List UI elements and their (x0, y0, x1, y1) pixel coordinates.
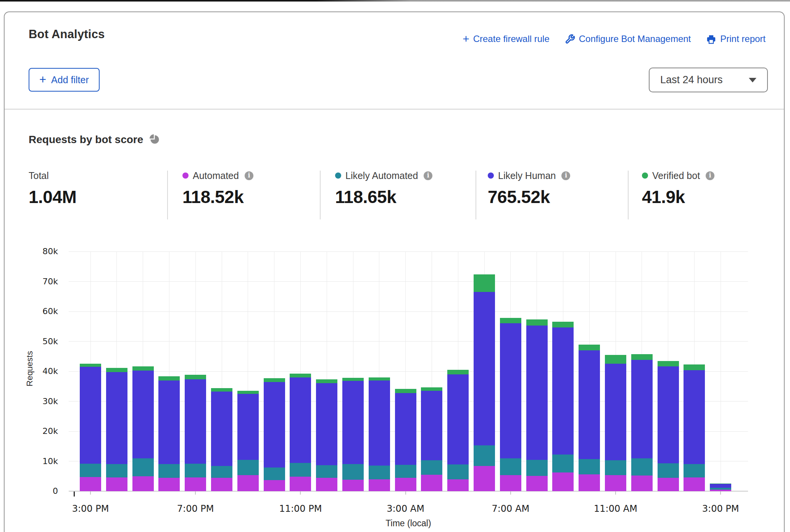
info-icon[interactable]: i (245, 171, 253, 180)
bar-segment-verified-bot[interactable] (290, 374, 311, 377)
bar-segment-verified-bot[interactable] (80, 364, 101, 367)
bar-segment-verified-bot[interactable] (369, 377, 390, 380)
stacked-bar[interactable] (421, 387, 442, 491)
info-icon[interactable]: i (561, 171, 570, 180)
bar-segment-likely-human[interactable] (526, 326, 548, 460)
bar-segment-likely-automated[interactable] (290, 463, 311, 477)
bar-segment-automated[interactable] (132, 476, 154, 491)
bar-segment-automated[interactable] (447, 479, 469, 491)
bar-segment-likely-automated[interactable] (211, 466, 232, 478)
bar-segment-automated[interactable] (316, 478, 337, 491)
bar-segment-likely-automated[interactable] (474, 445, 495, 466)
bar-segment-automated[interactable] (342, 480, 364, 491)
bar-segment-automated[interactable] (211, 478, 232, 491)
bar-segment-likely-automated[interactable] (316, 465, 337, 478)
stacked-bar[interactable] (158, 376, 180, 491)
bar-segment-automated[interactable] (158, 478, 180, 491)
stacked-bar[interactable] (526, 319, 548, 491)
create-firewall-rule-link[interactable]: + Create firewall rule (463, 34, 550, 44)
bar-segment-likely-automated[interactable] (500, 458, 521, 475)
bar-segment-likely-human[interactable] (342, 381, 364, 464)
bar-segment-likely-human[interactable] (316, 383, 337, 465)
bar-segment-likely-automated[interactable] (342, 464, 364, 480)
bar-segment-automated[interactable] (552, 472, 574, 491)
bar-segment-verified-bot[interactable] (605, 355, 626, 364)
bar-segment-verified-bot[interactable] (316, 379, 337, 383)
stacked-bar[interactable] (552, 322, 574, 491)
bar-segment-likely-human[interactable] (106, 372, 127, 464)
bar-segment-likely-human[interactable] (552, 327, 574, 455)
bar-segment-likely-human[interactable] (290, 377, 311, 463)
bar-segment-verified-bot[interactable] (684, 364, 705, 370)
print-report-link[interactable]: Print report (706, 34, 766, 44)
bar-segment-automated[interactable] (185, 477, 206, 491)
bar-segment-verified-bot[interactable] (710, 484, 731, 484)
bar-segment-likely-automated[interactable] (421, 460, 442, 475)
stacked-bar[interactable] (447, 370, 469, 491)
bar-segment-automated[interactable] (579, 474, 600, 491)
bar-segment-likely-automated[interactable] (158, 464, 180, 478)
bar-segment-likely-human[interactable] (158, 380, 180, 464)
bar-segment-likely-automated[interactable] (132, 458, 154, 476)
stacked-bar[interactable] (290, 374, 311, 491)
stacked-bar[interactable] (710, 484, 731, 491)
bar-segment-verified-bot[interactable] (421, 387, 442, 391)
bar-segment-likely-human[interactable] (421, 391, 442, 460)
bar-segment-automated[interactable] (395, 478, 416, 491)
bar-segment-automated[interactable] (684, 477, 705, 491)
stacked-bar[interactable] (342, 378, 364, 492)
bar-segment-verified-bot[interactable] (211, 388, 232, 392)
bar-segment-automated[interactable] (369, 479, 390, 491)
bar-segment-automated[interactable] (526, 476, 548, 491)
bar-segment-likely-automated[interactable] (579, 459, 600, 474)
stacked-bar[interactable] (684, 364, 705, 491)
bar-segment-automated[interactable] (264, 480, 285, 491)
bar-segment-verified-bot[interactable] (185, 375, 206, 379)
bar-segment-verified-bot[interactable] (500, 318, 521, 323)
bar-segment-verified-bot[interactable] (579, 345, 600, 350)
bar-segment-automated[interactable] (658, 478, 679, 491)
stacked-bar[interactable] (605, 355, 626, 491)
bar-segment-automated[interactable] (80, 477, 101, 491)
bar-segment-automated[interactable] (474, 466, 495, 491)
bar-segment-likely-human[interactable] (211, 392, 232, 466)
stacked-bar[interactable] (658, 361, 679, 491)
stacked-bar[interactable] (106, 368, 127, 491)
time-range-select[interactable]: Last 24 hours (649, 68, 768, 92)
bar-segment-verified-bot[interactable] (106, 368, 127, 372)
bar-segment-likely-automated[interactable] (106, 464, 127, 477)
stacked-bar[interactable] (237, 391, 259, 491)
stacked-bar[interactable] (500, 318, 521, 491)
stacked-bar[interactable] (264, 378, 285, 491)
bar-segment-likely-human[interactable] (579, 350, 600, 459)
bar-segment-likely-human[interactable] (447, 374, 469, 464)
bar-segment-likely-automated[interactable] (447, 464, 469, 479)
bar-segment-likely-automated[interactable] (605, 460, 626, 475)
info-icon[interactable]: i (424, 171, 432, 180)
bar-segment-likely-human[interactable] (237, 394, 259, 460)
bar-segment-likely-automated[interactable] (658, 463, 679, 478)
stacked-bar[interactable] (132, 366, 154, 491)
bar-segment-automated[interactable] (631, 476, 653, 491)
bar-segment-likely-human[interactable] (369, 380, 390, 466)
bar-segment-likely-automated[interactable] (631, 458, 653, 476)
bar-segment-likely-automated[interactable] (552, 455, 574, 472)
bar-segment-likely-automated[interactable] (185, 464, 206, 477)
stacked-bar[interactable] (474, 274, 495, 491)
bar-segment-verified-bot[interactable] (342, 378, 364, 381)
bar-segment-verified-bot[interactable] (132, 366, 154, 371)
bar-segment-likely-human[interactable] (185, 379, 206, 464)
bar-segment-automated[interactable] (500, 475, 521, 491)
bar-segment-automated[interactable] (290, 477, 311, 491)
bar-segment-likely-human[interactable] (395, 393, 416, 465)
bar-segment-verified-bot[interactable] (237, 391, 259, 394)
bar-segment-verified-bot[interactable] (552, 322, 574, 327)
bar-segment-likely-automated[interactable] (264, 468, 285, 480)
bar-segment-likely-automated[interactable] (369, 466, 390, 480)
bar-segment-likely-human[interactable] (631, 360, 653, 458)
bar-segment-verified-bot[interactable] (474, 274, 495, 292)
bar-segment-likely-human[interactable] (474, 292, 495, 445)
bar-segment-verified-bot[interactable] (158, 376, 180, 381)
bar-segment-likely-human[interactable] (500, 323, 521, 458)
bar-segment-likely-automated[interactable] (526, 460, 548, 476)
